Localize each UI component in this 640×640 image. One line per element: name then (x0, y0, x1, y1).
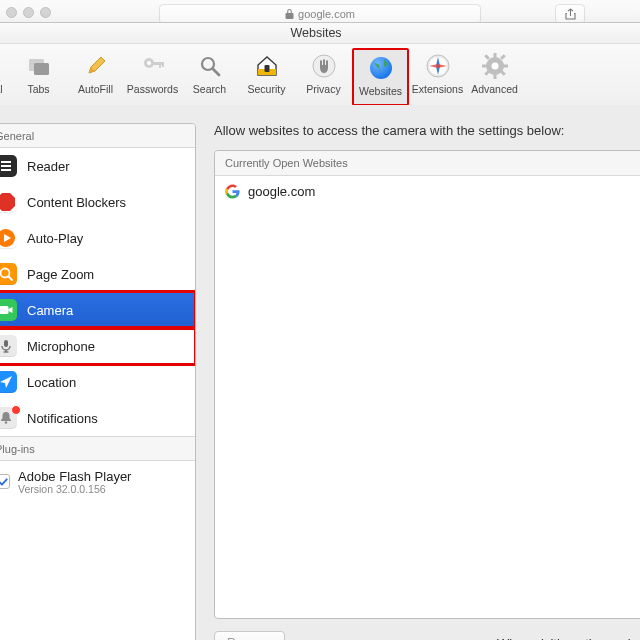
footer-text: When visiting other websit (497, 636, 640, 641)
location-icon (0, 371, 17, 393)
sidebar-item-label: Camera (27, 303, 73, 318)
toolbar-tab-tabs[interactable]: Tabs (10, 48, 67, 106)
compass-icon (422, 50, 454, 82)
remove-button-label: Remove (227, 636, 272, 640)
sidebar-item-auto-play[interactable]: Auto-Play (0, 220, 195, 256)
sidebar-item-reader[interactable]: Reader (0, 148, 195, 184)
svg-rect-22 (493, 53, 496, 58)
svg-point-17 (370, 57, 392, 79)
svg-rect-15 (264, 65, 269, 72)
address-bar[interactable]: google.com (159, 4, 481, 24)
stop-icon (0, 191, 17, 213)
svg-rect-25 (503, 65, 508, 68)
key-icon (137, 50, 169, 82)
sidebar-item-label: Content Blockers (27, 195, 126, 210)
svg-rect-26 (484, 54, 490, 60)
parent-traffic-lights (6, 7, 51, 18)
website-host: google.com (248, 184, 315, 199)
sidebar-item-camera[interactable]: Camera (0, 292, 195, 328)
website-list-header: Currently Open Websites (215, 151, 640, 176)
svg-rect-5 (34, 63, 49, 75)
gear-icon (479, 50, 511, 82)
tabs-icon (23, 50, 55, 82)
svg-point-42 (5, 421, 8, 424)
share-button[interactable] (555, 4, 585, 24)
sidebar-item-label: Page Zoom (27, 267, 94, 282)
toolbar-tab-websites[interactable]: Websites (352, 48, 409, 106)
sidebar-item-label: Auto-Play (27, 231, 83, 246)
svg-rect-24 (482, 65, 487, 68)
lock-house-icon (251, 50, 283, 82)
svg-rect-10 (162, 62, 164, 67)
window-titlebar[interactable]: Websites (0, 23, 640, 44)
camera-icon (0, 299, 17, 321)
play-icon (0, 227, 17, 249)
toolbar-tab-extensions[interactable]: Extensions (409, 48, 466, 106)
main-panel: Allow websites to access the camera with… (214, 123, 640, 640)
preferences-toolbar: General Tabs AutoFill Passwords (0, 44, 640, 111)
toolbar-tab-label: Websites (359, 85, 402, 97)
sidebar-item-location[interactable]: Location (0, 364, 195, 400)
website-list: Currently Open Websites google.com (214, 150, 640, 619)
sidebar-header-general: General (0, 124, 195, 148)
pencil-icon (80, 50, 112, 82)
toolbar-tab-label: AutoFill (78, 83, 113, 95)
remove-button[interactable]: Remove (214, 631, 285, 640)
window-title: Websites (290, 26, 341, 40)
svg-rect-32 (1, 169, 11, 171)
toolbar-tab-label: Extensions (412, 83, 463, 95)
sidebar-item-microphone[interactable]: Microphone (0, 328, 195, 364)
svg-rect-9 (159, 62, 161, 68)
toolbar-tab-security[interactable]: Security (238, 48, 295, 106)
svg-rect-28 (500, 54, 506, 60)
main-footer: Remove When visiting other websit (214, 631, 640, 640)
preferences-body: General Reader Content Blockers (0, 105, 640, 640)
notification-badge (11, 405, 21, 415)
svg-rect-39 (4, 340, 8, 347)
svg-line-37 (9, 277, 13, 281)
toolbar-tab-passwords[interactable]: Passwords (124, 48, 181, 106)
hand-icon (308, 50, 340, 82)
toolbar-tab-label: General (0, 83, 3, 95)
sidebar-item-label: Reader (27, 159, 70, 174)
sidebar-item-notifications[interactable]: Notifications (0, 400, 195, 436)
switches-icon (0, 50, 6, 82)
sidebar: General Reader Content Blockers (0, 123, 196, 640)
plugin-name: Adobe Flash Player (18, 469, 131, 484)
sidebar-item-content-blockers[interactable]: Content Blockers (0, 184, 195, 220)
main-headline: Allow websites to access the camera with… (214, 123, 640, 138)
toolbar-tab-label: Search (193, 83, 226, 95)
toolbar-tab-general[interactable]: General (0, 48, 10, 106)
microphone-icon (0, 335, 17, 357)
reader-icon (0, 155, 17, 177)
toolbar-tab-label: Passwords (127, 83, 178, 95)
sidebar-plugin-row[interactable]: Adobe Flash Player Version 32.0.0.156 (0, 461, 195, 503)
google-favicon (225, 184, 240, 199)
svg-rect-31 (1, 165, 11, 167)
toolbar-tab-advanced[interactable]: Advanced (466, 48, 523, 106)
search-icon (194, 50, 226, 82)
sidebar-list-general: Reader Content Blockers Auto-Play (0, 148, 195, 436)
svg-rect-8 (152, 62, 163, 65)
plugin-checkbox[interactable] (0, 474, 10, 489)
toolbar-tab-privacy[interactable]: Privacy (295, 48, 352, 106)
sidebar-item-label: Notifications (27, 411, 98, 426)
svg-marker-33 (0, 193, 15, 211)
toolbar-tab-label: Advanced (471, 83, 518, 95)
toolbar-tab-autofill[interactable]: AutoFill (67, 48, 124, 106)
plugin-meta: Adobe Flash Player Version 32.0.0.156 (18, 469, 131, 495)
lock-icon (285, 9, 294, 19)
toolbar-tab-label: Security (248, 83, 286, 95)
sidebar-item-page-zoom[interactable]: Page Zoom (0, 256, 195, 292)
svg-rect-38 (0, 306, 9, 314)
svg-rect-30 (1, 161, 11, 163)
toolbar-tab-label: Privacy (306, 83, 340, 95)
sidebar-header-plugins: Plug-ins (0, 436, 195, 461)
toolbar-tab-search[interactable]: Search (181, 48, 238, 106)
svg-point-21 (491, 63, 498, 70)
svg-rect-23 (493, 74, 496, 79)
toolbar-tab-label: Tabs (27, 83, 49, 95)
website-row[interactable]: google.com (215, 176, 640, 207)
plugin-version: Version 32.0.0.156 (18, 484, 131, 495)
svg-point-7 (147, 61, 151, 65)
